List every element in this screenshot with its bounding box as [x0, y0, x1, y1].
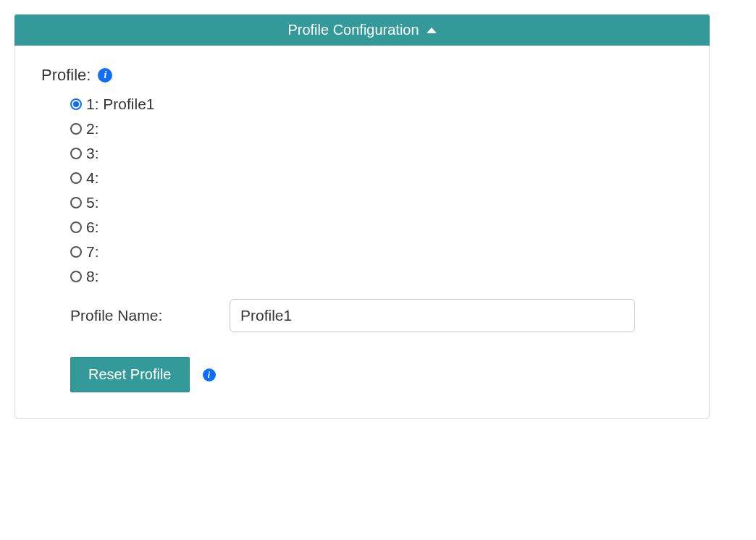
profile-radio-label: 1: Profile1	[86, 96, 155, 113]
info-icon[interactable]: i	[98, 68, 112, 83]
profile-config-panel: Profile Configuration Profile: i 1: Prof…	[14, 14, 710, 419]
profile-radio-row[interactable]: 3:	[70, 141, 683, 166]
radio-button[interactable]	[70, 148, 82, 159]
profile-radio-label: 7:	[86, 243, 99, 261]
panel-title: Profile Configuration	[287, 22, 419, 38]
radio-button[interactable]	[70, 172, 82, 184]
profile-radio-row[interactable]: 5:	[70, 190, 683, 215]
profile-radio-label: 2:	[86, 120, 99, 138]
profile-radio-row[interactable]: 6:	[70, 215, 683, 240]
panel-header[interactable]: Profile Configuration	[14, 14, 710, 46]
caret-up-icon	[427, 28, 437, 33]
radio-button[interactable]	[70, 222, 82, 233]
profile-radio-label: 3:	[86, 145, 99, 162]
reset-profile-button[interactable]: Reset Profile	[70, 357, 190, 392]
profile-radio-row[interactable]: 8:	[70, 264, 683, 289]
profile-radio-label: 5:	[86, 194, 99, 211]
profile-radio-list: 1: Profile12:3:4:5:6:7:8:	[70, 92, 683, 289]
profile-radio-row[interactable]: 4:	[70, 166, 683, 190]
profile-radio-label: 4:	[86, 169, 99, 187]
profile-radio-row[interactable]: 2:	[70, 117, 683, 141]
radio-button[interactable]	[70, 246, 82, 258]
profile-radio-label: 6:	[86, 219, 99, 236]
profile-name-input[interactable]	[230, 299, 635, 332]
profile-button-row: Reset Profile i	[70, 357, 683, 392]
profile-name-label: Profile Name:	[70, 307, 230, 324]
profile-section-header: Profile: i	[41, 66, 683, 85]
profile-name-row: Profile Name:	[70, 299, 683, 332]
profile-radio-label: 8:	[86, 268, 99, 285]
radio-button[interactable]	[70, 98, 82, 110]
profile-section-label: Profile:	[41, 66, 91, 85]
profile-radio-row[interactable]: 7:	[70, 240, 683, 264]
panel-body: Profile: i 1: Profile12:3:4:5:6:7:8: Pro…	[14, 46, 710, 419]
radio-button[interactable]	[70, 123, 82, 135]
info-icon[interactable]: i	[203, 368, 216, 381]
radio-button[interactable]	[70, 271, 82, 282]
radio-button[interactable]	[70, 197, 82, 208]
profile-radio-row[interactable]: 1: Profile1	[70, 92, 683, 117]
